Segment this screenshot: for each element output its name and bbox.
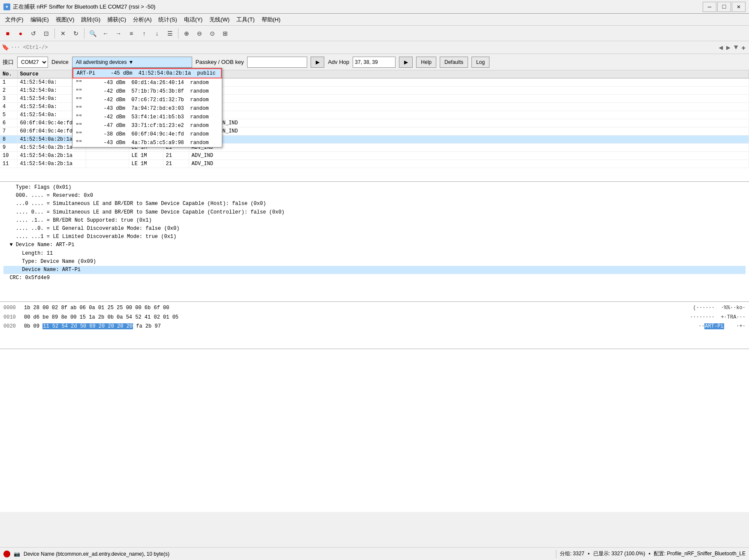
hex-row: 0020 0b 09 11 52 54 2d 50 69 20 20 20 20… <box>3 322 746 331</box>
log-button[interactable]: Log <box>471 57 489 68</box>
cell-info: ADV_IND <box>189 87 749 95</box>
menu-item-g[interactable]: 跳转(G) <box>78 15 104 24</box>
dropdown-item-1[interactable]: "" -42 dBm 57:1b:7b:45:3b:8f random <box>72 87 222 96</box>
dropdown-item-5[interactable]: "" -47 dBm 33:71:cf:b1:23:e2 random <box>72 121 222 130</box>
filter-add-icon[interactable]: ✚ <box>741 43 746 52</box>
adv-hop-input[interactable] <box>353 57 396 68</box>
hex-bytes: 1b 28 00 02 8f ab 06 0a 01 25 25 00 00 6… <box>24 304 683 313</box>
hex-ascii-highlight: ART-Pi <box>704 323 724 329</box>
detail-line: .... ..0. = LE General Discoverable Mode… <box>3 225 746 233</box>
detail-line: .... ...1 = LE Limited Discoverable Mode… <box>3 233 746 241</box>
detail-crc: CRC: 0x5fd4e9 <box>3 274 746 282</box>
cell-info: ADV_NONCONN_IND <box>189 119 749 127</box>
zoom-in-button[interactable]: ⊕ <box>181 27 193 39</box>
cell-info: ADV_IND <box>189 78 749 87</box>
find-button[interactable]: 🔍 <box>87 27 99 39</box>
status-bullet-1: • <box>588 551 589 557</box>
interface-select[interactable]: COM27 <box>17 57 48 68</box>
first-button[interactable]: ↑ <box>138 27 150 39</box>
menu-item-e[interactable]: 编辑(E) <box>27 15 52 24</box>
menu-item-v[interactable]: 视图(V) <box>52 15 78 24</box>
col-header-no[interactable]: No. <box>0 70 17 78</box>
menu-item-a[interactable]: 分析(A) <box>130 15 155 24</box>
cell-no: 9 <box>0 144 17 152</box>
last-button[interactable]: ↓ <box>151 27 163 39</box>
detail-line: Type: Device Name (0x09) <box>3 258 746 266</box>
open-button[interactable]: ⊡ <box>40 27 52 39</box>
table-row[interactable]: 10 41:52:54:0a:2b:1a LE 1M 21 ADV_IND <box>0 152 749 160</box>
dropdown-item-7[interactable]: "" -43 dBm 4a:7b:a5:c5:a9:98 random <box>72 138 222 147</box>
separator-2 <box>84 28 85 39</box>
columns-button[interactable]: ☰ <box>164 27 176 39</box>
filter-next-icon[interactable]: ▶ <box>726 43 731 52</box>
passkey-arrow-button[interactable]: ▶ <box>311 57 324 68</box>
passkey-input[interactable] <box>247 57 307 68</box>
hex-row: 0010 00 d6 be 89 8e 00 15 1a 2b 0b 0a 54… <box>3 313 746 322</box>
menu-item-h[interactable]: 帮助(H) <box>258 15 284 24</box>
status-packets: 分组: 3327 <box>560 550 584 557</box>
menu-bar: 文件(F)编辑(E)视图(V)跳转(G)捕获(C)分析(A)统计(S)电话(Y)… <box>0 14 749 26</box>
zoom-reset-button[interactable]: ⊙ <box>206 27 218 39</box>
window-title: 正在捕获 nRF Sniffer for Bluetooth LE COM27 … <box>13 3 155 11</box>
zoom-fit-button[interactable]: ⊞ <box>219 27 231 39</box>
cell-no: 3 <box>0 95 17 103</box>
dropdown-item-0[interactable]: "" -43 dBm 60:d1:4a:26:40:14 random <box>72 78 222 87</box>
detail-line: Length: 11 <box>3 250 746 258</box>
cell-proto: LE 1M <box>129 160 163 168</box>
table-row[interactable]: 11 41:52:54:0a:2b:1a LE 1M 21 ADV_IND <box>0 160 749 168</box>
menu-item-f[interactable]: 文件(F) <box>2 15 27 24</box>
col-header-info[interactable]: Info <box>189 70 749 78</box>
close-button[interactable]: ✕ <box>732 2 746 12</box>
menu-item-t[interactable]: 工具(T) <box>233 15 258 24</box>
minimize-button[interactable]: — <box>703 2 716 12</box>
detail-expand-device-name[interactable]: ▼ Device Name: ART-Pi <box>3 241 746 249</box>
maximize-button[interactable]: □ <box>717 2 731 12</box>
menu-item-s[interactable]: 统计(S) <box>155 15 180 24</box>
goto-button[interactable]: ≡ <box>125 27 137 39</box>
dropdown-item-4[interactable]: "" -42 dBm 53:f4:1e:41:b5:b3 random <box>72 113 222 121</box>
cell-info: ADV_IND <box>189 160 749 168</box>
filter-prev-icon[interactable]: ◀ <box>719 43 723 52</box>
next-button[interactable]: → <box>112 27 124 39</box>
passkey-label: Passkey / OOB key <box>196 59 244 65</box>
cell-src: 41:52:54:0a:2b:1a <box>17 152 86 160</box>
refresh-button[interactable]: ↺ <box>27 27 39 39</box>
prev-button[interactable]: ← <box>100 27 112 39</box>
hex-row: 0000 1b 28 00 02 8f ab 06 0a 01 25 25 00… <box>3 304 746 313</box>
menu-item-w[interactable]: 无线(W) <box>206 15 233 24</box>
device-dropdown-menu: ART-Pi -45 dBm 41:52:54:0a:2b:1a public … <box>72 68 222 148</box>
help-button[interactable]: Help <box>416 57 436 68</box>
record-button[interactable]: ● <box>15 27 27 39</box>
detail-device-name-value[interactable]: Device Name: ART-Pi <box>3 266 746 274</box>
adv-hop-arrow-button[interactable]: ▶ <box>399 57 413 68</box>
separator-1 <box>54 28 55 39</box>
app-icon: ◆ <box>3 3 10 10</box>
filter-bookmark-icon: 🔖 <box>2 44 9 51</box>
menu-item-y[interactable]: 电话(Y) <box>181 15 206 24</box>
device-dropdown-container: All advertising devices ▼ ART-Pi -45 dBm… <box>72 57 192 68</box>
dropdown-item-artpi[interactable]: ART-Pi -45 dBm 41:52:54:0a:2b:1a public <box>72 68 222 78</box>
detail-line: 000. .... = Reserved: 0x0 <box>3 192 746 200</box>
filter-input[interactable] <box>11 43 717 52</box>
defaults-button[interactable]: Defaults <box>440 57 468 68</box>
status-profile: 配置: Profile_nRF_Sniffer_Bluetooth_LE <box>654 550 746 557</box>
filter-menu-icon[interactable]: ▼ <box>734 44 738 51</box>
status-message: Device Name (btcommon.eir_ad.entry.devic… <box>24 551 553 557</box>
dropdown-item-3[interactable]: "" -43 dBm 7a:94:72:bd:e3:03 random <box>72 104 222 113</box>
interface-label: 接口 <box>3 58 14 66</box>
cell-info: ADV_IND <box>189 144 749 152</box>
menu-item-c[interactable]: 捕获(C) <box>104 15 130 24</box>
dropdown-item-2[interactable]: "" -42 dBm 07:c6:72:d1:32:7b random <box>72 96 222 104</box>
status-bar: 📷 Device Name (btcommon.eir_ad.entry.dev… <box>0 547 749 560</box>
cell-dest <box>86 152 129 160</box>
device-dropdown-button[interactable]: All advertising devices ▼ <box>72 57 192 68</box>
dropdown-item-6[interactable]: "" -38 dBm 60:6f:04:9c:4e:fd random <box>72 130 222 138</box>
stop-button[interactable]: ■ <box>2 27 14 39</box>
window-controls: — □ ✕ <box>703 2 746 12</box>
reload-button[interactable]: ↻ <box>70 27 82 39</box>
detail-line: .... .1.. = BR/EDR Not Supported: true (… <box>3 217 746 225</box>
hex-ascii: ········ +·TRA··· <box>684 313 746 322</box>
cell-no: 10 <box>0 152 17 160</box>
close-file-button[interactable]: ✕ <box>57 27 69 39</box>
zoom-out-button[interactable]: ⊖ <box>193 27 205 39</box>
